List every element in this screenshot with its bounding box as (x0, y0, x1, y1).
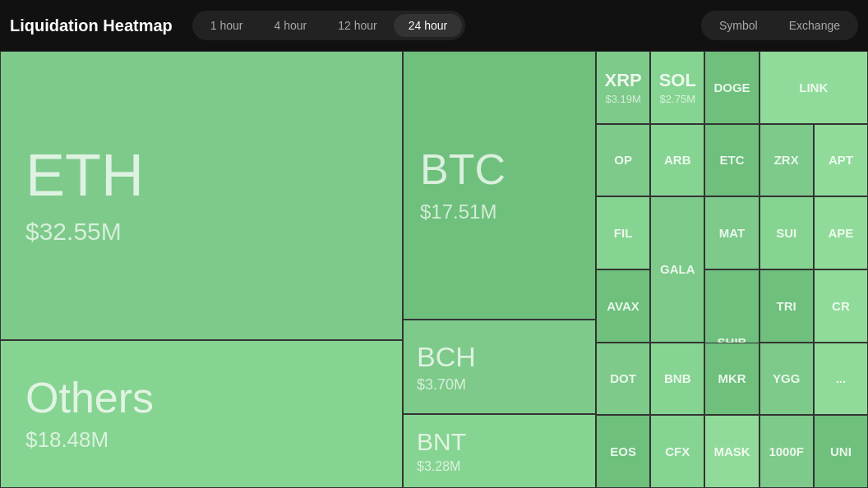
cell-mask[interactable]: MASK (704, 415, 759, 488)
link-symbol: LINK (799, 81, 828, 94)
cell-mat[interactable]: MAT (704, 196, 759, 269)
eos-symbol: EOS (610, 444, 636, 458)
cell-others[interactable]: Others $18.48M (0, 340, 403, 488)
cell-doge[interactable]: DOGE (704, 51, 759, 124)
xrp-symbol: XRP (604, 70, 641, 91)
tab-exchange[interactable]: Exchange (774, 14, 855, 37)
col-mid: BTC $17.51M BCH $3.70M BNT $3.28M (403, 51, 596, 488)
cell-op[interactable]: OP (596, 124, 650, 197)
sol-symbol: SOL (659, 70, 696, 91)
cell-eth[interactable]: ETH $32.55M (0, 51, 403, 340)
cell-uni[interactable]: UNI (814, 415, 868, 488)
ygg-symbol: YGG (773, 371, 800, 385)
ape-symbol: APE (828, 226, 853, 240)
cell-avax[interactable]: AVAX (596, 269, 650, 343)
1000f-symbol: 1000F (769, 444, 804, 458)
cell-btc[interactable]: BTC $17.51M (403, 51, 596, 320)
cell-zrx[interactable]: ZRX (760, 124, 814, 197)
cell-fil[interactable]: FIL (596, 196, 650, 269)
cell-mkr[interactable]: MKR (704, 343, 759, 416)
col-left: ETH $32.55M Others $18.48M (0, 51, 403, 488)
cell-ygg[interactable]: YGG (760, 343, 814, 416)
cell-tri[interactable]: TRI (760, 269, 814, 343)
bnb-symbol: BNB (664, 371, 691, 385)
cell-cr[interactable]: CR (814, 269, 868, 343)
cell-link[interactable]: LINK (760, 51, 868, 124)
eth-symbol: ETH (25, 145, 144, 205)
cell-1000f[interactable]: 1000F (760, 415, 814, 488)
op-symbol: OP (614, 153, 632, 167)
arb-symbol: ARB (664, 153, 691, 167)
cell-bch[interactable]: BCH $3.70M (403, 320, 596, 414)
tab-1hour[interactable]: 1 hour (196, 14, 258, 37)
mkr-symbol: MKR (718, 371, 746, 385)
cell-cfx[interactable]: CFX (650, 415, 704, 488)
bnt-value: $3.28M (417, 459, 460, 474)
cell-dot[interactable]: DOT (596, 343, 650, 416)
dot-symbol: DOT (610, 371, 636, 385)
others-symbol: Others (25, 376, 154, 419)
cell-sui[interactable]: SUI (760, 196, 814, 269)
cell-misc5[interactable]: ... (814, 343, 868, 416)
cell-eos[interactable]: EOS (596, 415, 650, 488)
avax-symbol: AVAX (607, 299, 639, 313)
col-right: XRP $3.19M SOL $2.75M DOGE LINK OP ARB E… (596, 51, 868, 488)
fil-symbol: FIL (614, 226, 633, 240)
cell-etc[interactable]: ETC (704, 124, 759, 197)
cell-arb[interactable]: ARB (650, 124, 704, 197)
doge-symbol: DOGE (713, 81, 750, 94)
tri-symbol: TRI (777, 299, 796, 313)
uni-symbol: UNI (830, 444, 852, 458)
misc5-symbol: ... (836, 371, 847, 385)
cell-bnt[interactable]: BNT $3.28M (403, 414, 596, 488)
cell-sol[interactable]: SOL $2.75M (650, 51, 704, 124)
gala-symbol: GALA (660, 262, 695, 276)
apt-symbol: APT (829, 153, 853, 167)
others-value: $18.48M (25, 427, 108, 453)
mat-symbol: MAT (719, 226, 745, 240)
cell-ape[interactable]: APE (814, 196, 868, 269)
xrp-value: $3.19M (605, 93, 640, 105)
sui-symbol: SUI (776, 226, 796, 240)
tab-symbol[interactable]: Symbol (704, 14, 773, 37)
app-header: Liquidation Heatmap 1 hour 4 hour 12 hou… (0, 0, 868, 51)
view-tab-group: Symbol Exchange (701, 11, 858, 40)
zrx-symbol: ZRX (774, 153, 799, 167)
cr-symbol: CR (832, 299, 850, 313)
bch-symbol: BCH (417, 341, 476, 373)
eth-value: $32.55M (25, 218, 122, 246)
app-title: Liquidation Heatmap (10, 16, 173, 35)
sol-value: $2.75M (660, 93, 695, 105)
heatmap-container: ETH $32.55M Others $18.48M BTC $17.51M B… (0, 51, 868, 488)
cell-gala[interactable]: GALA (650, 196, 704, 342)
btc-value: $17.51M (420, 200, 496, 223)
cell-xrp[interactable]: XRP $3.19M (596, 51, 650, 124)
etc-symbol: ETC (719, 153, 744, 167)
tab-12hour[interactable]: 12 hour (323, 14, 391, 37)
cfx-symbol: CFX (665, 444, 690, 458)
time-tab-group: 1 hour 4 hour 12 hour 24 hour (192, 11, 465, 40)
btc-symbol: BTC (420, 148, 506, 191)
cell-bnb[interactable]: BNB (650, 343, 704, 416)
tab-24hour[interactable]: 24 hour (394, 14, 462, 37)
mask-symbol: MASK (713, 444, 750, 458)
tab-4hour[interactable]: 4 hour (260, 14, 322, 37)
bch-value: $3.70M (417, 376, 466, 394)
cell-apt[interactable]: APT (814, 124, 868, 197)
bnt-symbol: BNT (417, 428, 466, 456)
